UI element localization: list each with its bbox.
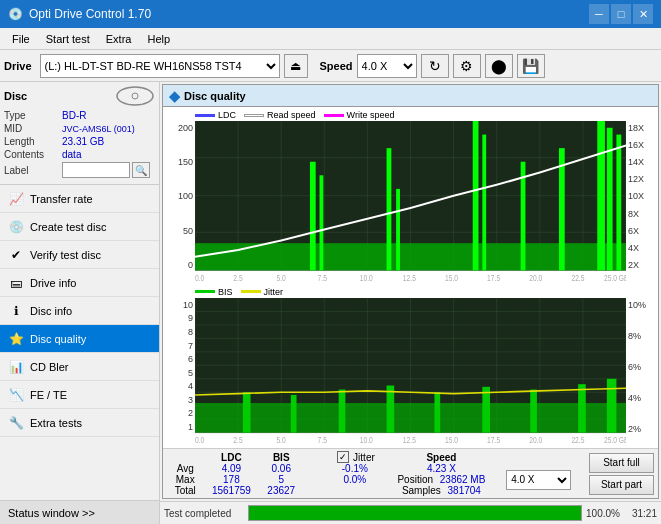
chart-header-icon: ◆ [169, 88, 180, 104]
menu-help[interactable]: Help [139, 31, 178, 47]
bottom-y-axis-right: 10% 8% 6% 4% 2% [626, 298, 656, 446]
refresh-button[interactable]: ↻ [421, 54, 449, 78]
button-group: Start full Start part [589, 453, 654, 495]
disc-icon [115, 86, 155, 106]
status-window-button[interactable]: Status window >> [0, 500, 159, 524]
eject-button[interactable]: ⏏ [284, 54, 308, 78]
svg-rect-19 [310, 162, 316, 271]
title-bar-controls: ─ □ ✕ [589, 4, 653, 24]
settings-button[interactable]: ⚙ [453, 54, 481, 78]
cd-bler-icon: 📊 [8, 359, 24, 375]
nav-disc-quality[interactable]: ⭐ Disc quality [0, 325, 159, 353]
nav-fe-te-label: FE / TE [30, 389, 67, 401]
nav-drive-info-label: Drive info [30, 277, 76, 289]
sidebar: Disc Type BD-R MID JVC-AMS6L (001) Lengt… [0, 82, 160, 524]
maximize-button[interactable]: □ [611, 4, 631, 24]
total-ldc: 1561759 [203, 485, 259, 496]
nav-transfer-rate[interactable]: 📈 Transfer rate [0, 185, 159, 213]
max-ldc: 178 [203, 474, 259, 485]
nav-list: 📈 Transfer rate 💿 Create test disc ✔ Ver… [0, 185, 159, 437]
svg-rect-69 [482, 387, 490, 433]
svg-text:2.5: 2.5 [233, 435, 243, 445]
jitter-checkbox[interactable]: ✓ [337, 451, 349, 463]
status-window-label: Status window >> [8, 507, 95, 519]
close-button[interactable]: ✕ [633, 4, 653, 24]
svg-rect-71 [578, 384, 586, 432]
speed-select[interactable]: 4.0 X [357, 54, 417, 78]
svg-text:10.0: 10.0 [360, 435, 373, 445]
main-layout: Disc Type BD-R MID JVC-AMS6L (001) Lengt… [0, 82, 661, 524]
app-icon: 💿 [8, 7, 23, 21]
avg-label: Avg [167, 463, 203, 474]
bis-legend: BIS [195, 287, 233, 297]
drive-select[interactable]: (L:) HL-DT-ST BD-RE WH16NS58 TST4 [40, 54, 280, 78]
svg-rect-64 [243, 392, 251, 432]
nav-extra-tests[interactable]: 🔧 Extra tests [0, 409, 159, 437]
avg-jitter: -0.1% [323, 463, 386, 474]
top-legend: LDC Read speed Write speed [165, 109, 656, 121]
title-bar-left: 💿 Opti Drive Control 1.70 [8, 7, 151, 21]
svg-text:5.0: 5.0 [276, 435, 286, 445]
progress-bar [248, 505, 582, 521]
contents-label: Contents [4, 149, 62, 160]
fe-te-icon: 📉 [8, 387, 24, 403]
create-test-disc-icon: 💿 [8, 219, 24, 235]
menu-extra[interactable]: Extra [98, 31, 140, 47]
disc-length-row: Length 23.31 GB [4, 136, 155, 147]
chart-title: Disc quality [184, 90, 246, 102]
disc-title: Disc [4, 90, 27, 102]
svg-point-0 [117, 87, 153, 105]
bis-legend-color [195, 290, 215, 293]
start-part-button[interactable]: Start part [589, 475, 654, 495]
svg-rect-65 [291, 395, 297, 433]
nav-drive-info[interactable]: 🖴 Drive info [0, 269, 159, 297]
mid-label: MID [4, 123, 62, 134]
disc-header: Disc [4, 86, 155, 106]
nav-cd-bler-label: CD Bler [30, 361, 69, 373]
nav-create-test-disc-label: Create test disc [30, 221, 106, 233]
avg-ldc: 4.09 [203, 463, 259, 474]
svg-rect-22 [396, 189, 400, 270]
nav-disc-info[interactable]: ℹ Disc info [0, 297, 159, 325]
label-input[interactable] [62, 162, 130, 178]
app-title: Opti Drive Control 1.70 [29, 7, 151, 21]
contents-value: data [62, 149, 81, 160]
start-full-button[interactable]: Start full [589, 453, 654, 473]
svg-text:12.5: 12.5 [403, 273, 416, 283]
disc-info-icon: ℹ [8, 303, 24, 319]
speed-value: 4.23 X [386, 463, 496, 474]
top-y-axis-right: 18X 16X 14X 12X 10X 8X 6X 4X 2X [626, 121, 656, 284]
svg-text:17.5: 17.5 [487, 435, 500, 445]
nav-verify-test-disc[interactable]: ✔ Verify test disc [0, 241, 159, 269]
svg-rect-24 [482, 135, 486, 271]
menu-file[interactable]: File [4, 31, 38, 47]
nav-create-test-disc[interactable]: 💿 Create test disc [0, 213, 159, 241]
position-label: Position [397, 474, 433, 485]
menu-start-test[interactable]: Start test [38, 31, 98, 47]
ldc-legend-label: LDC [218, 110, 236, 120]
content-area: ◆ Disc quality LDC Read speed [160, 82, 661, 524]
speed-combo[interactable]: 4.0 X [506, 470, 571, 490]
max-label: Max [167, 474, 203, 485]
label-button[interactable]: 🔍 [132, 162, 150, 178]
speed-col-header: Speed [426, 452, 456, 463]
svg-text:17.5: 17.5 [487, 273, 500, 283]
minimize-button[interactable]: ─ [589, 4, 609, 24]
bottom-y-axis-left: 10 9 8 7 6 5 4 3 2 1 [165, 298, 195, 446]
progress-bar-fill [249, 506, 581, 520]
read-speed-legend-color [244, 114, 264, 117]
save-button[interactable]: 💾 [517, 54, 545, 78]
stats-panel: LDC BIS ✓ Jitter Speed [163, 448, 658, 498]
nav-fe-te[interactable]: 📉 FE / TE [0, 381, 159, 409]
svg-point-1 [132, 93, 138, 99]
svg-text:22.5: 22.5 [571, 273, 584, 283]
menu-bar: File Start test Extra Help [0, 28, 661, 50]
progress-time: 31:21 [632, 508, 657, 519]
record-button[interactable]: ⬤ [485, 54, 513, 78]
nav-cd-bler[interactable]: 📊 CD Bler [0, 353, 159, 381]
top-y-axis-left: 200 150 100 50 0 [165, 121, 195, 284]
svg-text:22.5: 22.5 [571, 435, 584, 445]
position-value: 23862 MB [440, 474, 486, 485]
read-speed-legend-label: Read speed [267, 110, 316, 120]
disc-label-row: Label 🔍 [4, 162, 155, 178]
